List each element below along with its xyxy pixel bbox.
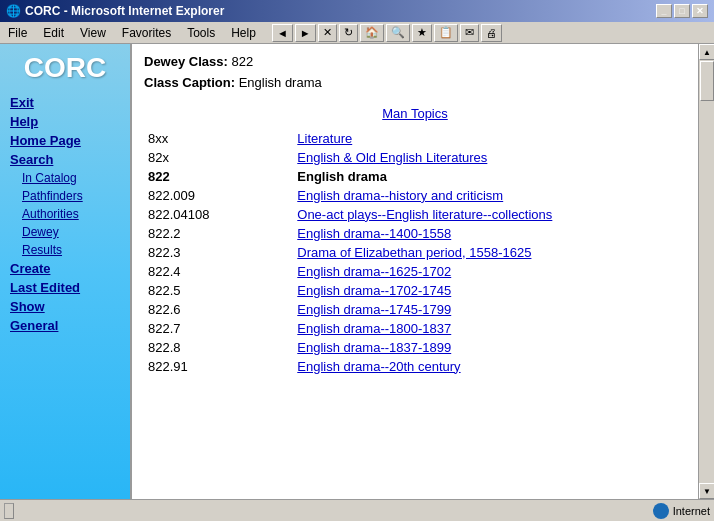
- exit-link[interactable]: Exit: [6, 94, 124, 111]
- table-row: 822.04108One-act plays--English literatu…: [144, 205, 686, 224]
- table-row: 8xxLiterature: [144, 129, 686, 148]
- close-button[interactable]: ✕: [692, 4, 708, 18]
- history-button[interactable]: 📋: [434, 24, 458, 42]
- class-link[interactable]: English & Old English Literatures: [297, 150, 487, 165]
- class-link[interactable]: English drama--20th century: [297, 359, 460, 374]
- window-icon: 🌐: [6, 4, 21, 18]
- maximize-button[interactable]: □: [674, 4, 690, 18]
- class-label[interactable]: English drama--history and criticism: [293, 186, 686, 205]
- favorites-toolbar-button[interactable]: ★: [412, 24, 432, 42]
- class-number: 822.04108: [144, 205, 293, 224]
- class-caption-row: Class Caption: English drama: [144, 73, 686, 94]
- forward-button[interactable]: ►: [295, 24, 316, 42]
- scrollbar[interactable]: ▲ ▼: [698, 44, 714, 499]
- class-caption-label: Class Caption:: [144, 75, 235, 90]
- class-link[interactable]: English drama--1800-1837: [297, 321, 451, 336]
- create-link[interactable]: Create: [6, 260, 124, 277]
- class-label[interactable]: English drama--20th century: [293, 357, 686, 376]
- sidebar: CORC Exit Help Home Page Search In Catal…: [0, 44, 130, 499]
- table-row: 822.4English drama--1625-1702: [144, 262, 686, 281]
- class-number: 822.6: [144, 300, 293, 319]
- class-label[interactable]: One-act plays--English literature--colle…: [293, 205, 686, 224]
- table-row: 822English drama: [144, 167, 686, 186]
- class-label[interactable]: English drama--1800-1837: [293, 319, 686, 338]
- table-row: 822.6English drama--1745-1799: [144, 300, 686, 319]
- title-bar-left: 🌐 CORC - Microsoft Internet Explorer: [6, 4, 224, 18]
- main-layout: CORC Exit Help Home Page Search In Catal…: [0, 44, 714, 499]
- menu-file[interactable]: File: [0, 24, 35, 42]
- class-number: 8xx: [144, 129, 293, 148]
- menu-tools[interactable]: Tools: [179, 24, 223, 42]
- class-number: 822.009: [144, 186, 293, 205]
- authorities-link[interactable]: Authorities: [6, 206, 124, 222]
- menu-bar: File Edit View Favorites Tools Help ◄ ► …: [0, 22, 714, 44]
- menu-view[interactable]: View: [72, 24, 114, 42]
- toolbar-buttons: ◄ ► ✕ ↻ 🏠 🔍 ★ 📋 ✉ 🖨: [272, 24, 502, 42]
- class-label[interactable]: English drama--1702-1745: [293, 281, 686, 300]
- menu-favorites[interactable]: Favorites: [114, 24, 179, 42]
- back-button[interactable]: ◄: [272, 24, 293, 42]
- dewey-class-value: 822: [231, 54, 253, 69]
- class-label[interactable]: Drama of Elizabethan period, 1558-1625: [293, 243, 686, 262]
- class-link[interactable]: Literature: [297, 131, 352, 146]
- menu-help[interactable]: Help: [223, 24, 264, 42]
- class-label[interactable]: English drama--1745-1799: [293, 300, 686, 319]
- class-number: 822.91: [144, 357, 293, 376]
- class-label[interactable]: English drama--1625-1702: [293, 262, 686, 281]
- general-link[interactable]: General: [6, 317, 124, 334]
- class-link[interactable]: English drama--history and criticism: [297, 188, 503, 203]
- class-number: 822.2: [144, 224, 293, 243]
- class-number: 822.7: [144, 319, 293, 338]
- dewey-link[interactable]: Dewey: [6, 224, 124, 240]
- internet-icon: [653, 503, 669, 519]
- scroll-track[interactable]: [699, 60, 714, 483]
- class-link[interactable]: English drama--1625-1702: [297, 264, 451, 279]
- class-number: 822.5: [144, 281, 293, 300]
- home-page-link[interactable]: Home Page: [6, 132, 124, 149]
- class-label[interactable]: English drama--1400-1558: [293, 224, 686, 243]
- class-link[interactable]: English drama--1400-1558: [297, 226, 451, 241]
- dewey-class-label: Dewey Class:: [144, 54, 228, 69]
- scroll-down-button[interactable]: ▼: [699, 483, 714, 499]
- print-button[interactable]: 🖨: [481, 24, 502, 42]
- last-edited-link[interactable]: Last Edited: [6, 279, 124, 296]
- search-link[interactable]: Search: [6, 151, 124, 168]
- pathfinders-link[interactable]: Pathfinders: [6, 188, 124, 204]
- header-section: Dewey Class: 822 Class Caption: English …: [144, 52, 686, 94]
- table-row: 822.7English drama--1800-1837: [144, 319, 686, 338]
- help-link[interactable]: Help: [6, 113, 124, 130]
- home-button[interactable]: 🏠: [360, 24, 384, 42]
- man-topics-link[interactable]: Man Topics: [144, 106, 686, 121]
- title-bar-controls[interactable]: _ □ ✕: [656, 4, 708, 18]
- show-link[interactable]: Show: [6, 298, 124, 315]
- class-link[interactable]: Drama of Elizabethan period, 1558-1625: [297, 245, 531, 260]
- class-link[interactable]: English drama--1745-1799: [297, 302, 451, 317]
- scroll-up-button[interactable]: ▲: [699, 44, 714, 60]
- table-row: 822.5English drama--1702-1745: [144, 281, 686, 300]
- menu-edit[interactable]: Edit: [35, 24, 72, 42]
- table-row: 822.009English drama--history and critic…: [144, 186, 686, 205]
- table-row: 822.2English drama--1400-1558: [144, 224, 686, 243]
- in-catalog-link[interactable]: In Catalog: [6, 170, 124, 186]
- class-label[interactable]: Literature: [293, 129, 686, 148]
- class-link[interactable]: English drama--1702-1745: [297, 283, 451, 298]
- mail-button[interactable]: ✉: [460, 24, 479, 42]
- status-left: [4, 503, 14, 519]
- search-toolbar-button[interactable]: 🔍: [386, 24, 410, 42]
- class-label[interactable]: English drama--1837-1899: [293, 338, 686, 357]
- table-row: 822.91English drama--20th century: [144, 357, 686, 376]
- browse-table: 8xxLiterature82xEnglish & Old English Li…: [144, 129, 686, 376]
- table-row: 82xEnglish & Old English Literatures: [144, 148, 686, 167]
- minimize-button[interactable]: _: [656, 4, 672, 18]
- scroll-thumb[interactable]: [700, 61, 714, 101]
- class-link[interactable]: One-act plays--English literature--colle…: [297, 207, 552, 222]
- status-right: Internet: [653, 503, 710, 519]
- class-label[interactable]: English & Old English Literatures: [293, 148, 686, 167]
- content-area: Dewey Class: 822 Class Caption: English …: [130, 44, 698, 499]
- table-row: 822.3Drama of Elizabethan period, 1558-1…: [144, 243, 686, 262]
- stop-button[interactable]: ✕: [318, 24, 337, 42]
- results-link[interactable]: Results: [6, 242, 124, 258]
- title-bar: 🌐 CORC - Microsoft Internet Explorer _ □…: [0, 0, 714, 22]
- class-link[interactable]: English drama--1837-1899: [297, 340, 451, 355]
- refresh-button[interactable]: ↻: [339, 24, 358, 42]
